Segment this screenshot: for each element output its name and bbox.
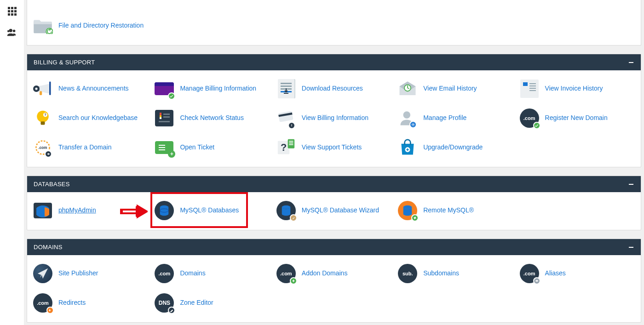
item-label: Manage Billing Information bbox=[180, 85, 256, 93]
item-label: Transfer a Domain bbox=[58, 143, 111, 152]
item-news[interactable]: News & Announcements bbox=[32, 77, 150, 101]
download-doc-icon bbox=[276, 79, 296, 99]
item-label: View Billing Information bbox=[302, 114, 368, 122]
dns-icon: DNS bbox=[154, 293, 174, 313]
item-label: Addon Domains bbox=[302, 269, 348, 278]
gauge-icon bbox=[154, 108, 174, 128]
section-header-databases[interactable]: Databases bbox=[27, 176, 641, 192]
svg-point-26 bbox=[403, 111, 411, 119]
item-register-domain[interactable]: .com Register New Domain bbox=[518, 106, 636, 130]
apps-grid-icon[interactable] bbox=[6, 6, 17, 17]
item-mysql-databases[interactable]: MySQL® Databases bbox=[153, 199, 271, 222]
svg-point-1 bbox=[13, 30, 16, 33]
svg-point-48 bbox=[403, 205, 412, 209]
svg-rect-14 bbox=[40, 121, 45, 125]
svg-line-32 bbox=[412, 123, 413, 124]
svg-rect-43 bbox=[289, 144, 293, 145]
section-files-partial: File and Directory Restoration bbox=[27, 0, 641, 46]
collapse-icon[interactable] bbox=[628, 244, 634, 251]
section-header-domains[interactable]: Domains bbox=[27, 239, 641, 255]
item-transfer-domain[interactable]: .com Transfer a Domain bbox=[32, 136, 150, 160]
shopping-bag-icon bbox=[397, 137, 418, 158]
item-remote-mysql[interactable]: Remote MySQL® bbox=[397, 199, 514, 222]
item-label: News & Announcements bbox=[58, 85, 129, 93]
main-content: File and Directory Restoration Billing &… bbox=[24, 0, 644, 325]
item-knowledgebase[interactable]: ? Search our Knowledgebase bbox=[32, 106, 150, 130]
item-network-status[interactable]: Check Network Status bbox=[153, 106, 271, 130]
svg-text:?: ? bbox=[44, 113, 46, 117]
item-label: Download Resources bbox=[302, 85, 363, 93]
dotcom-check-icon: .com bbox=[519, 108, 540, 128]
collapse-icon[interactable] bbox=[628, 181, 634, 188]
section-header-billing[interactable]: Billing & Support bbox=[27, 54, 641, 70]
section-title: Domains bbox=[34, 244, 63, 251]
item-view-tickets[interactable]: ? View Support Tickets bbox=[275, 136, 393, 160]
dotcom-transfer-icon: .com bbox=[33, 137, 53, 158]
item-label: Site Publisher bbox=[58, 269, 98, 278]
svg-rect-9 bbox=[40, 91, 42, 95]
item-file-restore[interactable]: File and Directory Restoration bbox=[32, 14, 150, 38]
dotcom-icon: .com bbox=[154, 263, 174, 284]
item-upgrade[interactable]: Upgrade/Downgrade bbox=[397, 136, 514, 160]
item-redirects[interactable]: .com Redirects bbox=[32, 291, 150, 315]
svg-point-8 bbox=[35, 87, 37, 90]
svg-point-45 bbox=[160, 205, 169, 209]
item-label: Open Ticket bbox=[180, 143, 214, 152]
svg-rect-10 bbox=[284, 93, 288, 94]
item-label: Aliases bbox=[545, 269, 566, 278]
dotcom-alias-icon: .com bbox=[519, 263, 540, 284]
item-mysql-wizard[interactable]: MySQL® Database Wizard bbox=[275, 199, 393, 222]
item-label: phpMyAdmin bbox=[58, 206, 96, 215]
svg-point-47 bbox=[282, 205, 291, 209]
section-domains: Domains Site Publisher bbox=[27, 239, 641, 323]
item-manage-profile[interactable]: Manage Profile bbox=[397, 106, 514, 130]
item-label: Zone Editor bbox=[180, 299, 213, 307]
phpmyadmin-icon bbox=[33, 200, 53, 221]
section-title: Billing & Support bbox=[34, 59, 95, 66]
item-zone-editor[interactable]: DNS Zone Editor bbox=[153, 291, 271, 315]
svg-point-27 bbox=[413, 124, 414, 125]
item-label: MySQL® Database Wizard bbox=[302, 206, 379, 215]
section-title: Databases bbox=[34, 181, 70, 188]
svg-text:.com: .com bbox=[38, 146, 47, 150]
item-aliases[interactable]: .com Aliases bbox=[518, 262, 636, 285]
svg-rect-22 bbox=[159, 121, 170, 122]
svg-rect-18 bbox=[160, 113, 161, 115]
item-label: Subdomains bbox=[423, 269, 459, 278]
user-gear-icon bbox=[397, 108, 418, 128]
question-ticket-icon: ? bbox=[276, 137, 296, 158]
item-label: File and Directory Restoration bbox=[58, 22, 144, 30]
item-billing-info[interactable]: i View Billing Information bbox=[275, 106, 393, 130]
lightbulb-icon: ? bbox=[33, 108, 53, 128]
item-addon-domains[interactable]: .com Addon Domains bbox=[275, 262, 393, 285]
item-email-history[interactable]: View Email History bbox=[397, 77, 514, 101]
item-subdomains[interactable]: sub. Subdomains bbox=[397, 262, 514, 285]
svg-rect-5 bbox=[49, 81, 51, 95]
item-label: Check Network Status bbox=[180, 114, 244, 122]
item-manage-billing[interactable]: Manage Billing Information bbox=[153, 77, 271, 101]
item-label: View Support Tickets bbox=[302, 143, 362, 152]
svg-point-0 bbox=[9, 29, 12, 32]
item-label: View Email History bbox=[423, 85, 477, 93]
svg-rect-20 bbox=[163, 114, 170, 115]
item-domains[interactable]: .com Domains bbox=[153, 262, 271, 285]
item-download-resources[interactable]: Download Resources bbox=[275, 77, 393, 101]
users-icon[interactable] bbox=[6, 27, 17, 38]
svg-line-35 bbox=[412, 125, 413, 125]
item-open-ticket[interactable]: + Open Ticket bbox=[153, 136, 271, 160]
item-label: MySQL® Databases bbox=[180, 206, 239, 215]
database-remote-icon bbox=[397, 200, 418, 221]
item-label: Search our Knowledgebase bbox=[58, 114, 138, 122]
dotcom-redirect-icon: .com bbox=[33, 293, 53, 313]
svg-point-2 bbox=[7, 30, 10, 32]
collapse-icon[interactable] bbox=[628, 59, 634, 66]
item-invoice-history[interactable]: View Invoice History bbox=[518, 77, 636, 101]
item-label: Remote MySQL® bbox=[423, 206, 474, 215]
svg-point-13 bbox=[37, 111, 48, 122]
database-wizard-icon bbox=[276, 200, 296, 221]
dotcom-plus-icon: .com bbox=[276, 263, 296, 284]
item-label: Domains bbox=[180, 269, 205, 278]
item-site-publisher[interactable]: Site Publisher bbox=[32, 262, 150, 285]
svg-line-33 bbox=[414, 125, 414, 125]
ticket-plus-icon: + bbox=[154, 137, 174, 158]
